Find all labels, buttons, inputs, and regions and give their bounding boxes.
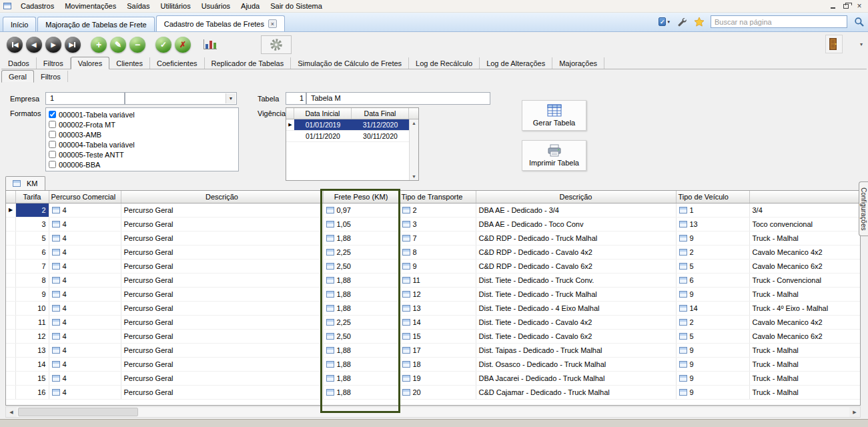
tab-close-icon[interactable]: × <box>268 19 277 28</box>
table-row[interactable]: 64Percurso Geral2,258C&D RDP - Dedicado … <box>6 245 860 259</box>
cell-descricao-veiculo[interactable]: Truck - Malhal <box>749 343 860 357</box>
cell-descricao[interactable]: Percurso Geral <box>121 245 323 259</box>
cell-descricao-veiculo[interactable]: Cavalo Mecanico 6x2 <box>749 329 860 343</box>
tab-valores[interactable]: Valores <box>71 57 109 69</box>
cell-frete-peso-km[interactable]: 1,88 <box>323 301 399 315</box>
cell-descricao-veiculo[interactable]: Truck - Convencional <box>749 273 860 287</box>
exit-button[interactable] <box>825 35 843 53</box>
table-row[interactable]: 54Percurso Geral1,887C&D RDP - Dedicado … <box>6 231 860 245</box>
cell-frete-peso-km[interactable]: 1,88 <box>323 287 399 301</box>
cell-percurso-comercial[interactable]: 4 <box>49 203 121 217</box>
table-row[interactable]: 134Percurso Geral1,8817Dist. Taipas - De… <box>6 343 860 357</box>
cell-percurso-comercial[interactable]: 4 <box>49 301 121 315</box>
column-header-frete-peso-km[interactable]: Frete Peso (KM) <box>323 191 399 203</box>
scroll-down-icon[interactable]: ▼ <box>412 173 416 180</box>
horizontal-scrollbar[interactable]: ◀ ▶ <box>5 406 861 418</box>
customize-button[interactable] <box>676 16 687 27</box>
table-row[interactable]: 84Percurso Geral1,8811Dist. Tiete - Dedi… <box>6 273 860 287</box>
post-edit-button[interactable]: ✓ <box>155 37 171 53</box>
tab-list-dropdown[interactable]: ✓ ▾ <box>659 16 670 27</box>
formato-checkbox[interactable] <box>49 161 56 168</box>
cell-descricao-transporte[interactable]: C&D Cajamar - Dedicado - Truck Malhal <box>476 385 676 399</box>
tab-majoracoes[interactable]: Majorações <box>552 57 604 69</box>
menu-item-utilitarios[interactable]: Utilitários <box>155 1 195 11</box>
cell-descricao[interactable]: Percurso Geral <box>121 203 323 217</box>
delete-record-button[interactable]: − <box>129 37 145 53</box>
cell-tarifa[interactable]: 11 <box>15 315 49 329</box>
column-header-tarifa[interactable]: Tarifa <box>15 191 49 203</box>
table-row[interactable]: 34Percurso Geral1,053DBA AE - Dedicado -… <box>6 217 860 231</box>
cancel-edit-button[interactable]: ✗ <box>175 37 191 53</box>
cell-frete-peso-km[interactable]: 1,88 <box>323 385 399 399</box>
cell-tarifa[interactable]: 6 <box>15 245 49 259</box>
tab-log-de-alteracoes[interactable]: Log de Alterações <box>480 57 552 69</box>
cell-data-final[interactable]: 30/11/2020 <box>352 131 409 141</box>
close-button[interactable]: × <box>853 1 865 11</box>
table-row[interactable]: 164Percurso Geral1,8820C&D Cajamar - Ded… <box>6 385 860 399</box>
formato-item-000005-teste-antt[interactable]: 000005-Teste ANTT <box>49 149 236 159</box>
cell-tipo-de-veiculo[interactable]: 13 <box>676 217 749 231</box>
cell-frete-peso-km[interactable]: 1,88 <box>323 343 399 357</box>
cell-tipo-de-transporte[interactable]: 2 <box>399 203 476 217</box>
menu-item-saidas[interactable]: Saídas <box>121 1 155 11</box>
cell-descricao-transporte[interactable]: Dist. Tiete - Dedicado - Truck Conv. <box>476 273 676 287</box>
cell-percurso-comercial[interactable]: 4 <box>49 357 121 371</box>
subtab-geral[interactable]: Geral <box>1 70 34 83</box>
cell-tarifa[interactable]: 2 <box>15 203 49 217</box>
table-row[interactable]: 74Percurso Geral2,509C&D RDP - Dedicado … <box>6 259 860 273</box>
cell-frete-peso-km[interactable]: 1,05 <box>323 217 399 231</box>
menu-item-ajuda[interactable]: Ajuda <box>236 1 265 11</box>
gerar-tabela-button[interactable]: Gerar Tabela <box>522 100 586 131</box>
minimize-button[interactable] <box>827 1 839 11</box>
menu-item-cadastros[interactable]: Cadastros <box>15 1 59 11</box>
cell-descricao[interactable]: Percurso Geral <box>121 301 323 315</box>
cell-tarifa[interactable]: 15 <box>15 371 49 385</box>
cell-descricao-transporte[interactable]: Dist. Osasco - Dedicado - Truck Malhal <box>476 357 676 371</box>
table-row[interactable]: 94Percurso Geral1,8812Dist. Tiete - Dedi… <box>6 287 860 301</box>
cell-tipo-de-veiculo[interactable]: 9 <box>676 357 749 371</box>
cell-descricao-veiculo[interactable]: Truck - Malhal <box>749 371 860 385</box>
cell-percurso-comercial[interactable]: 4 <box>49 385 121 399</box>
first-record-button[interactable]: ◀ <box>7 37 23 53</box>
doc-tab-majoracao-de-tabelas-de-frete[interactable]: Majoração de Tabelas de Frete <box>37 17 154 31</box>
cell-tarifa[interactable]: 7 <box>15 259 49 273</box>
scroll-left-icon[interactable]: ◀ <box>6 407 17 417</box>
subtab-filtros[interactable]: Filtros <box>34 71 68 82</box>
column-header-descricao[interactable]: Descrição <box>121 191 323 203</box>
insert-record-button[interactable]: + <box>91 37 107 53</box>
search-button[interactable] <box>853 16 865 27</box>
cell-tarifa[interactable]: 8 <box>15 273 49 287</box>
cell-descricao[interactable]: Percurso Geral <box>121 329 323 343</box>
tab-filtros[interactable]: Filtros <box>37 57 71 69</box>
last-record-button[interactable]: ▶ <box>65 37 81 53</box>
doc-tab-cadastro-de-tabelas-de-fretes[interactable]: Cadastro de Tabelas de Fretes× <box>156 15 285 31</box>
column-header-descricao[interactable]: Descrição <box>476 191 676 203</box>
chevron-down-icon[interactable]: ▼ <box>226 93 236 103</box>
cell-frete-peso-km[interactable]: 2,25 <box>323 245 399 259</box>
cell-tarifa[interactable]: 12 <box>15 329 49 343</box>
cell-data-inicial[interactable]: 01/01/2019 <box>294 119 352 130</box>
cell-descricao[interactable]: Percurso Geral <box>121 259 323 273</box>
column-header-percurso-comercial[interactable]: Percurso Comercial <box>49 191 121 203</box>
formato-item-000001-tabela-variavel[interactable]: 000001-Tabela variável <box>49 109 236 119</box>
column-header-blank[interactable] <box>749 191 860 203</box>
formato-item-000004-tabela-variavel[interactable]: 000004-Tabela variável <box>49 139 236 149</box>
imprimir-tabela-button[interactable]: Imprimir Tabela <box>522 140 586 171</box>
cell-frete-peso-km[interactable]: 1,88 <box>323 357 399 371</box>
cell-tipo-de-veiculo[interactable]: 9 <box>676 371 749 385</box>
empresa-combo[interactable]: ▼ <box>125 92 237 105</box>
cell-percurso-comercial[interactable]: 4 <box>49 329 121 343</box>
cell-tarifa[interactable]: 9 <box>15 287 49 301</box>
cell-frete-peso-km[interactable]: 0,97 <box>323 203 399 217</box>
cell-descricao[interactable]: Percurso Geral <box>121 217 323 231</box>
favorites-button[interactable] <box>693 16 705 27</box>
menu-item-usuarios[interactable]: Usuários <box>196 1 236 11</box>
cell-frete-peso-km[interactable]: 1,88 <box>323 371 399 385</box>
cell-tarifa[interactable]: 14 <box>15 357 49 371</box>
cell-descricao[interactable]: Percurso Geral <box>121 273 323 287</box>
cell-tipo-de-transporte[interactable]: 12 <box>399 287 476 301</box>
cell-descricao-transporte[interactable]: Dist. Tiete - Dedicado - Cavalo 6x2 <box>476 329 676 343</box>
tab-dados[interactable]: Dados <box>1 57 37 69</box>
toolbar-more-options[interactable]: ▾ <box>860 41 863 47</box>
cell-percurso-comercial[interactable]: 4 <box>49 217 121 231</box>
